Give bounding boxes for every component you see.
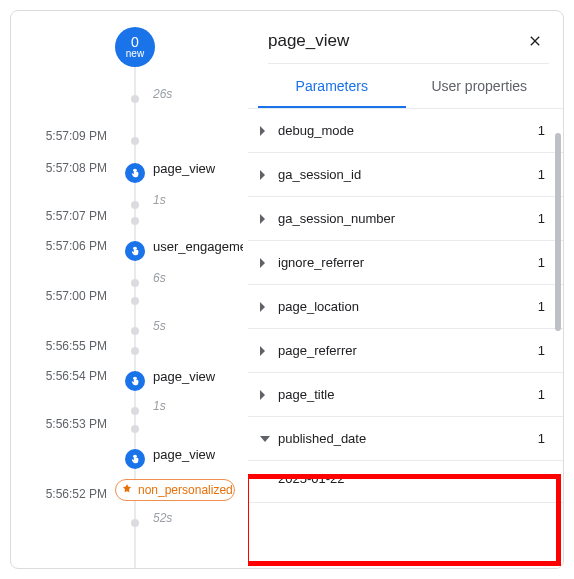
param-count: 1 — [538, 255, 545, 270]
timestamp: 5:56:52 PM — [17, 487, 107, 501]
timeline-tick — [131, 519, 139, 527]
touch-icon[interactable] — [125, 163, 145, 183]
scrollbar[interactable] — [555, 133, 561, 331]
panel-title: page_view — [268, 31, 349, 51]
param-row[interactable]: published_date1 — [248, 417, 563, 461]
param-name: debug_mode — [278, 123, 538, 138]
caret-right-icon — [260, 302, 265, 312]
param-count: 1 — [538, 299, 545, 314]
timeline-tick — [131, 137, 139, 145]
param-count: 1 — [538, 211, 545, 226]
param-count: 1 — [538, 343, 545, 358]
tab-parameters[interactable]: Parameters — [258, 64, 406, 108]
duration-label: 1s — [153, 399, 166, 413]
param-name: ga_session_id — [278, 167, 538, 182]
caret-down-icon — [260, 436, 270, 442]
param-count: 1 — [538, 123, 545, 138]
timestamp: 5:57:07 PM — [17, 209, 107, 223]
param-row[interactable]: page_referrer1 — [248, 329, 563, 373]
param-value: 2025-01-22 — [248, 461, 563, 503]
param-row[interactable]: ga_session_number1 — [248, 197, 563, 241]
param-row[interactable]: page_title1 — [248, 373, 563, 417]
timeline-tick — [131, 425, 139, 433]
param-row[interactable]: page_location1 — [248, 285, 563, 329]
duration-label: 5s — [153, 319, 166, 333]
timestamp: 5:57:06 PM — [17, 239, 107, 253]
timestamp: 5:57:09 PM — [17, 129, 107, 143]
duration-label: 1s — [153, 193, 166, 207]
param-name: published_date — [278, 431, 538, 446]
caret-right-icon — [260, 346, 265, 356]
event-detail-panel: page_view Parameters User properties deb… — [247, 17, 563, 568]
param-count: 1 — [538, 431, 545, 446]
timeline-tick — [131, 327, 139, 335]
param-name: page_title — [278, 387, 538, 402]
param-name: page_referrer — [278, 343, 538, 358]
touch-icon[interactable] — [125, 241, 145, 261]
caret-right-icon — [260, 390, 265, 400]
param-row[interactable]: ga_session_id1 — [248, 153, 563, 197]
caret-right-icon — [260, 258, 265, 268]
event-name[interactable]: page_view — [153, 447, 215, 462]
new-events-badge[interactable]: 0 new — [115, 27, 155, 67]
new-count: 0 — [131, 35, 139, 49]
timestamp: 5:57:08 PM — [17, 161, 107, 175]
param-row[interactable]: ignore_referrer1 — [248, 241, 563, 285]
caret-right-icon — [260, 170, 265, 180]
param-count: 1 — [538, 167, 545, 182]
touch-icon[interactable] — [125, 371, 145, 391]
timestamp: 5:57:00 PM — [17, 289, 107, 303]
timeline-tick — [131, 297, 139, 305]
timeline-tick — [131, 279, 139, 287]
timeline-tick — [131, 201, 139, 209]
param-name: ignore_referrer — [278, 255, 538, 270]
duration-label: 6s — [153, 271, 166, 285]
timeline: 0 new 26s5:57:09 PM5:57:08 PMpage_view1s… — [11, 17, 241, 568]
event-name[interactable]: page_view — [153, 161, 215, 176]
timestamp: 5:56:55 PM — [17, 339, 107, 353]
caret-right-icon — [260, 126, 265, 136]
touch-icon[interactable] — [125, 449, 145, 469]
param-name: page_location — [278, 299, 538, 314]
chip-label: non_personalized_ads — [138, 483, 235, 497]
event-name[interactable]: page_view — [153, 369, 215, 384]
property-chip[interactable]: non_personalized_ads — [115, 479, 235, 501]
timestamp: 5:56:54 PM — [17, 369, 107, 383]
tabs: Parameters User properties — [248, 64, 563, 109]
duration-label: 52s — [153, 511, 172, 525]
timeline-tick — [131, 95, 139, 103]
tab-user-properties[interactable]: User properties — [406, 64, 554, 108]
param-name: ga_session_number — [278, 211, 538, 226]
timestamp: 5:56:53 PM — [17, 417, 107, 431]
param-row[interactable]: debug_mode1 — [248, 109, 563, 153]
timeline-tick — [131, 407, 139, 415]
close-icon[interactable] — [525, 31, 545, 51]
timeline-tick — [131, 347, 139, 355]
param-count: 1 — [538, 387, 545, 402]
parameter-list: debug_mode1ga_session_id1ga_session_numb… — [248, 109, 563, 568]
caret-right-icon — [260, 214, 265, 224]
event-name[interactable]: user_engagement — [153, 239, 243, 254]
duration-label: 26s — [153, 87, 172, 101]
timeline-tick — [131, 217, 139, 225]
new-label: new — [126, 49, 144, 59]
